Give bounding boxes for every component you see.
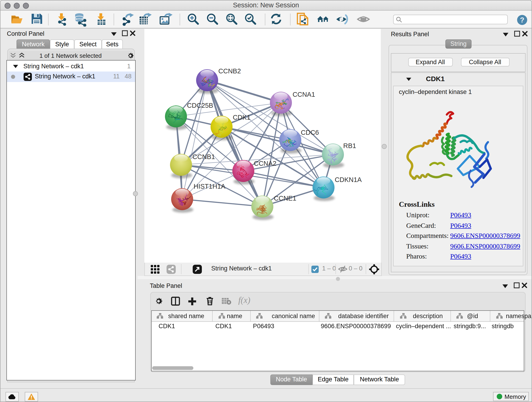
svg-text:CDK1: CDK1 xyxy=(233,114,250,121)
svg-text:CCNB1: CCNB1 xyxy=(192,153,215,160)
svg-text:CCNA2: CCNA2 xyxy=(254,160,276,167)
svg-text:CDC6: CDC6 xyxy=(301,129,319,136)
svg-text:CCNA1: CCNA1 xyxy=(293,91,315,98)
svg-text:CDKN1A: CDKN1A xyxy=(335,176,362,183)
svg-text:HIST1H1A: HIST1H1A xyxy=(194,183,225,190)
svg-text:CCNB2: CCNB2 xyxy=(218,67,241,75)
svg-text:RB1: RB1 xyxy=(343,142,356,149)
svg-text:?: ? xyxy=(520,16,525,24)
svg-text:CCNE1: CCNE1 xyxy=(274,195,296,202)
svg-text:CDC25B: CDC25B xyxy=(187,102,213,109)
